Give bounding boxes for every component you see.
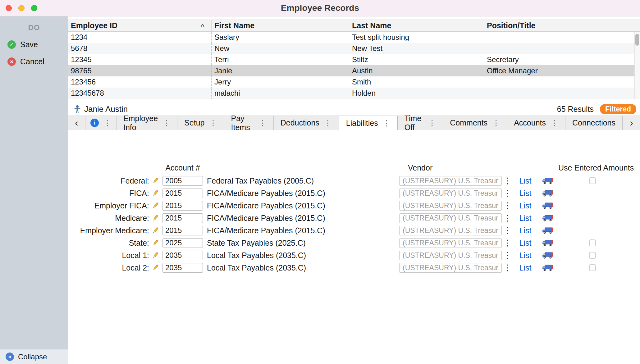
- column-header-last-name[interactable]: Last Name: [349, 20, 484, 31]
- column-header-first-name[interactable]: First Name: [211, 20, 349, 31]
- vendor-menu-icon[interactable]: ⋮: [502, 176, 513, 186]
- scrollbar-thumb[interactable]: [635, 34, 639, 46]
- filtered-badge[interactable]: Filtered: [600, 104, 636, 114]
- vendor-list-link[interactable]: List: [513, 251, 538, 260]
- tab-menu-icon[interactable]: ⋮: [324, 118, 332, 127]
- tab-comments[interactable]: Comments ⋮: [443, 116, 507, 130]
- table-row[interactable]: 1234 Saslary Test split housing: [68, 32, 640, 43]
- vendor-list-link[interactable]: List: [513, 239, 538, 248]
- vendor-menu-icon[interactable]: ⋮: [502, 213, 513, 223]
- tab-employee-info[interactable]: Employee Info ⋮: [117, 116, 177, 130]
- vendor-list-link[interactable]: List: [513, 214, 538, 223]
- truck-icon[interactable]: [538, 264, 558, 272]
- tab-pay-items[interactable]: Pay Items ⋮: [224, 116, 274, 130]
- tab-menu-icon[interactable]: ⋮: [259, 118, 267, 127]
- account-number-input[interactable]: [162, 263, 203, 273]
- table-row[interactable]: 12345678 malachi Holden: [68, 88, 640, 99]
- vendor-list-link[interactable]: List: [513, 226, 538, 235]
- tab-info[interactable]: i ⋮: [85, 116, 117, 130]
- edit-pencil-icon[interactable]: [149, 239, 162, 247]
- vendor-menu-icon[interactable]: ⋮: [502, 250, 513, 260]
- tab-menu-icon[interactable]: ⋮: [492, 118, 500, 127]
- vendor-menu-icon[interactable]: ⋮: [502, 238, 513, 248]
- column-header-employee-id[interactable]: Employee ID ^: [68, 20, 211, 31]
- cell-position: [484, 76, 640, 88]
- table-row-selected[interactable]: 98765 Janie Austin Office Manager: [68, 65, 640, 76]
- truck-icon[interactable]: [538, 202, 558, 210]
- truck-icon[interactable]: [538, 227, 558, 234]
- table-row[interactable]: 5678 New New Test: [68, 43, 640, 54]
- save-button[interactable]: ✓ Save: [7, 40, 68, 49]
- account-number-input[interactable]: [162, 251, 203, 260]
- account-number-input[interactable]: [162, 213, 203, 223]
- column-header-position-title[interactable]: Position/Title: [484, 20, 640, 31]
- vendor-input[interactable]: [399, 213, 502, 223]
- tab-menu-icon[interactable]: ⋮: [428, 118, 436, 127]
- vendor-list-link[interactable]: List: [513, 201, 538, 210]
- account-number-input[interactable]: [162, 238, 203, 248]
- vendor-menu-icon[interactable]: ⋮: [502, 225, 513, 235]
- liability-label: Local 2:: [68, 263, 149, 272]
- use-entered-amount-checkbox[interactable]: [589, 264, 596, 271]
- table-row[interactable]: 123456 Jerry Smith: [68, 76, 640, 88]
- edit-pencil-icon[interactable]: [149, 214, 162, 222]
- cancel-button[interactable]: × Cancel: [7, 57, 68, 66]
- account-description: FICA/Medicare Payables (2015.C): [204, 226, 399, 235]
- zoom-window-button[interactable]: [31, 5, 37, 11]
- tab-setup[interactable]: Setup ⋮: [177, 116, 224, 130]
- table-scrollbar[interactable]: [634, 32, 640, 99]
- account-number-input[interactable]: [162, 176, 203, 186]
- tab-liabilities[interactable]: Liabilities ⋮: [339, 116, 398, 130]
- tab-menu-icon[interactable]: ⋮: [551, 118, 558, 127]
- truck-icon[interactable]: [538, 189, 558, 197]
- vendor-input[interactable]: [399, 176, 502, 186]
- account-number-input[interactable]: [162, 189, 203, 198]
- tab-time-off[interactable]: Time Off ⋮: [398, 116, 443, 130]
- vendor-input[interactable]: [399, 201, 502, 211]
- vendor-menu-icon[interactable]: ⋮: [502, 188, 513, 198]
- vendor-input[interactable]: [399, 226, 502, 235]
- collapse-button[interactable]: « Collapse: [0, 349, 68, 364]
- use-entered-amount-checkbox[interactable]: [589, 239, 596, 246]
- tab-menu-icon[interactable]: ⋮: [209, 118, 217, 127]
- cell-last-name: Test split housing: [349, 32, 484, 43]
- close-window-button[interactable]: [6, 5, 12, 11]
- tab-menu-icon[interactable]: ⋮: [162, 118, 170, 127]
- tab-connections[interactable]: Connections: [565, 116, 623, 130]
- table-row[interactable]: 12345 Terri Stiltz Secretary: [68, 54, 640, 65]
- vendor-input[interactable]: [399, 238, 502, 248]
- vendor-list-link[interactable]: List: [513, 189, 538, 198]
- tab-menu-icon[interactable]: ⋮: [103, 118, 111, 127]
- edit-pencil-icon[interactable]: [149, 189, 162, 197]
- vendor-input[interactable]: [399, 263, 502, 273]
- use-entered-amount-checkbox[interactable]: [589, 252, 596, 259]
- edit-pencil-icon[interactable]: [149, 226, 162, 234]
- minimize-window-button[interactable]: [18, 5, 25, 11]
- vendor-input[interactable]: [399, 251, 502, 260]
- truck-icon[interactable]: [538, 177, 558, 185]
- tab-menu-icon[interactable]: ⋮: [383, 119, 391, 128]
- use-entered-amount-checkbox[interactable]: [589, 177, 596, 184]
- vendor-list-link[interactable]: List: [513, 263, 538, 272]
- account-number-input[interactable]: [162, 226, 203, 235]
- truck-icon[interactable]: [538, 252, 558, 259]
- edit-pencil-icon[interactable]: [149, 177, 162, 185]
- truck-icon[interactable]: [538, 239, 558, 247]
- column-header-label: Employee ID: [71, 21, 117, 30]
- truck-icon[interactable]: [538, 214, 558, 222]
- edit-pencil-icon[interactable]: [149, 264, 162, 272]
- account-description: Federal Tax Payables (2005.C): [204, 176, 399, 185]
- tab-deductions[interactable]: Deductions ⋮: [274, 116, 339, 130]
- vendor-list-link[interactable]: List: [513, 176, 538, 185]
- vendor-input[interactable]: [399, 189, 502, 198]
- edit-pencil-icon[interactable]: [149, 251, 162, 259]
- account-number-input[interactable]: [162, 201, 203, 211]
- tabs-scroll-left-button[interactable]: ‹: [68, 116, 85, 130]
- vendor-menu-icon[interactable]: ⋮: [502, 263, 513, 273]
- tabs-scroll-right-button[interactable]: ›: [623, 116, 640, 130]
- cell-first-name: Saslary: [211, 32, 349, 43]
- edit-pencil-icon[interactable]: [149, 202, 162, 210]
- cell-last-name: Holden: [349, 88, 484, 99]
- vendor-menu-icon[interactable]: ⋮: [502, 201, 513, 211]
- tab-accounts[interactable]: Accounts ⋮: [507, 116, 565, 130]
